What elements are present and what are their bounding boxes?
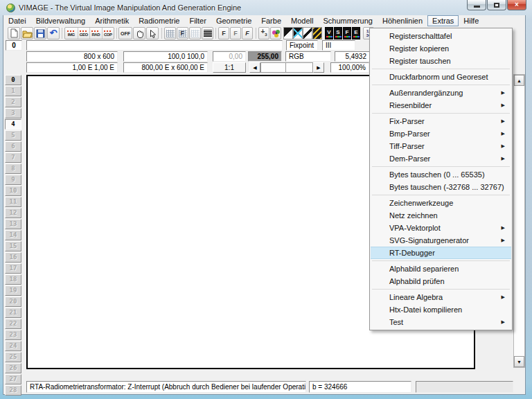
- register-button-21[interactable]: 21: [5, 308, 21, 318]
- extras-menu-item[interactable]: SVG-Signaturgenerator▶: [371, 234, 511, 247]
- register-button-3[interactable]: 3: [5, 108, 21, 118]
- register-button-27[interactable]: 27: [5, 374, 21, 384]
- register-button-22[interactable]: 22: [5, 319, 21, 329]
- menubar-item-filter[interactable]: Filter: [184, 15, 211, 26]
- extras-menu-item[interactable]: Register kopieren: [371, 42, 511, 55]
- extras-menu-item[interactable]: Alphabild prüfen: [371, 275, 511, 287]
- register-button-19[interactable]: 19: [5, 285, 21, 296]
- f-layer-button[interactable]: F: [343, 27, 351, 39]
- extras-menu-item[interactable]: Zeichenwerkzeuge: [371, 197, 511, 209]
- extras-menu-item[interactable]: Registerschalttafel: [371, 30, 511, 42]
- register-button-7[interactable]: 7: [5, 152, 21, 163]
- font-normal-button[interactable]: F: [218, 27, 229, 39]
- maximize-button[interactable]: [487, 0, 506, 10]
- extras-menu-item[interactable]: Riesenbilder▶: [371, 99, 511, 112]
- raster-dark-button[interactable]: [202, 27, 213, 39]
- menubar-item-extras[interactable]: Extras: [427, 15, 459, 26]
- undo-button[interactable]: ↶: [47, 27, 60, 39]
- pan-hand-button[interactable]: [133, 27, 145, 39]
- filename-field[interactable]: [26, 40, 283, 51]
- raster-f-button[interactable]: [177, 27, 188, 39]
- diagonal-band-button[interactable]: [303, 27, 312, 39]
- max-value-field[interactable]: 255,00: [248, 51, 282, 62]
- scroll-down-button[interactable]: ▼: [514, 356, 524, 367]
- s-layer-button[interactable]: S: [334, 27, 342, 39]
- extras-menu-item[interactable]: VPA-Vektorplot▶: [371, 222, 511, 234]
- geo-parser-button[interactable]: GEO: [78, 28, 90, 39]
- pointer-button[interactable]: [146, 27, 159, 39]
- register-button-13[interactable]: 13: [5, 219, 21, 229]
- register-button-1[interactable]: 1: [5, 86, 21, 96]
- diagonal-split-button[interactable]: [283, 27, 293, 39]
- img-parser-button[interactable]: IMG: [65, 28, 78, 39]
- menubar-item-schummerung[interactable]: Schummerung: [318, 15, 378, 26]
- menubar-item-farbe[interactable]: Farbe: [256, 15, 286, 26]
- register-button-15[interactable]: 15: [5, 241, 21, 251]
- register-button-25[interactable]: 25: [5, 352, 21, 362]
- register-button-4[interactable]: 4: [5, 119, 21, 130]
- scrollbar-track[interactable]: [514, 86, 524, 356]
- new-file-button[interactable]: [8, 27, 20, 39]
- extras-menu-item[interactable]: Dem-Parser▶: [371, 152, 511, 165]
- zoom-percent-field[interactable]: 100,00%: [330, 62, 369, 73]
- zoom-left-arrow[interactable]: ◀: [249, 62, 260, 73]
- marker-field[interactable]: III: [322, 40, 355, 51]
- open-file-button[interactable]: [21, 27, 33, 39]
- register-button-8[interactable]: 8: [5, 163, 21, 174]
- extras-menu-item[interactable]: Lineare Algebra▶: [371, 291, 511, 303]
- extras-menu-item[interactable]: Bytes tauschen (0 ... 65535): [371, 168, 511, 181]
- register-button-14[interactable]: 14: [5, 230, 21, 240]
- extras-menu-item[interactable]: Htx-Datei kompilieren: [371, 303, 511, 316]
- register-button-11[interactable]: 11: [5, 197, 21, 207]
- vertical-scrollbar[interactable]: ▲ ▼: [513, 74, 525, 368]
- menubar-item-modell[interactable]: Modell: [286, 15, 318, 26]
- rad-parser-button[interactable]: RAD: [89, 28, 102, 39]
- register-button-5[interactable]: 5: [5, 130, 21, 141]
- gamma-field[interactable]: 5,4932: [335, 51, 370, 62]
- menubar-item-hilfe[interactable]: Hilfe: [459, 15, 484, 26]
- zoom-ratio-button[interactable]: 1:1: [213, 62, 246, 73]
- menubar-item-radiometrie[interactable]: Radiometrie: [134, 15, 184, 26]
- font-outline-button[interactable]: F: [230, 27, 241, 39]
- font-italic-button[interactable]: F: [242, 27, 253, 39]
- register-button-9[interactable]: 9: [5, 175, 21, 185]
- menubar-item-arithmetik[interactable]: Arithmetik: [90, 15, 134, 26]
- zoom-right-arrow[interactable]: ▶: [313, 62, 324, 73]
- register-button-18[interactable]: 18: [5, 274, 21, 285]
- diagonal-stripes-button[interactable]: [312, 27, 322, 39]
- menubar-item-geometrie[interactable]: Geometrie: [211, 15, 256, 26]
- fixpoint-field[interactable]: Fixpoint: [286, 40, 318, 51]
- register-button-6[interactable]: 6: [5, 141, 21, 152]
- register-button-20[interactable]: 20: [5, 296, 21, 307]
- scroll-up-button[interactable]: ▲: [514, 75, 524, 86]
- diagonal-cross-button[interactable]: [293, 27, 303, 39]
- register-button-16[interactable]: 16: [5, 252, 21, 263]
- color-tools-button[interactable]: [270, 27, 281, 39]
- extras-menu-item[interactable]: Bmp-Parser▶: [371, 127, 511, 140]
- extras-menu-item[interactable]: Register tauschen: [371, 55, 511, 67]
- register-button-12[interactable]: 12: [5, 208, 21, 218]
- extras-menu-item[interactable]: Druckfarbnorm und Georeset: [371, 71, 511, 83]
- menubar-item-höhenlinien[interactable]: Höhenlinien: [378, 15, 427, 26]
- v-layer-button[interactable]: V: [325, 27, 333, 39]
- cop-parser-button[interactable]: COP: [102, 28, 114, 39]
- raster-faint-button[interactable]: [189, 27, 201, 39]
- extras-menu-item[interactable]: Außenrandergänzung▶: [371, 87, 511, 99]
- register-button-23[interactable]: 23: [5, 330, 21, 340]
- extras-menu-item[interactable]: Test▶: [371, 316, 511, 328]
- zoom-slider-thumb[interactable]: [261, 63, 286, 72]
- raster-light-button[interactable]: [164, 27, 176, 39]
- extras-menu-item[interactable]: Netz zeichnen: [371, 209, 511, 222]
- menubar-item-datei[interactable]: Datei: [3, 15, 31, 26]
- off-button[interactable]: OFF: [118, 27, 132, 39]
- menubar-item-bildverwaltung[interactable]: Bildverwaltung: [31, 15, 91, 26]
- extras-menu-item[interactable]: Fix-Parser▶: [371, 115, 511, 127]
- register-button-28[interactable]: 28: [5, 385, 21, 396]
- register-button-17[interactable]: 17: [5, 263, 21, 274]
- register-button-10[interactable]: 10: [5, 186, 21, 196]
- crosshair-button[interactable]: +3: [258, 27, 269, 39]
- register-button-0[interactable]: 0: [5, 75, 21, 85]
- minimize-button[interactable]: [467, 0, 486, 10]
- extras-menu-item[interactable]: Tiff-Parser▶: [371, 140, 511, 152]
- save-button[interactable]: [34, 27, 46, 39]
